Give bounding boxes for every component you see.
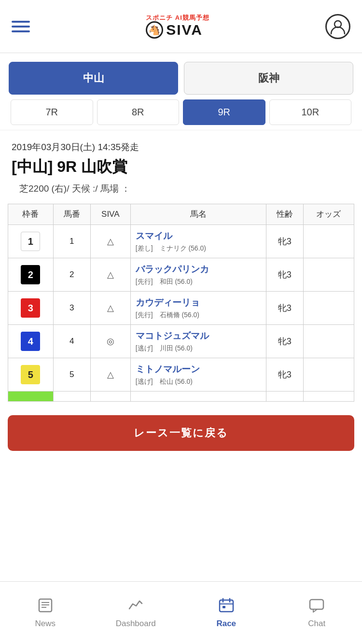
frame-badge: 3: [21, 298, 40, 318]
horse-table: 枠番 馬番 SIVA 馬名 性齢 オッズ 11△スマイル[差し] ミナリク (5…: [8, 204, 354, 402]
horse-name-cell[interactable]: バラックパリンカ[先行] 和田 (56.0): [130, 258, 266, 292]
svg-rect-5: [220, 600, 233, 612]
frame-num-cell: 5: [8, 358, 54, 392]
frame-badge: 2: [21, 265, 40, 284]
horse-meta: [先行] 和田 (56.0): [136, 278, 193, 285]
dashboard-icon: [127, 597, 144, 616]
app-subtitle: スポニチ AI競馬予想: [146, 14, 209, 22]
horse-name-cell[interactable]: ミトノマルーン[逃げ] 松山 (56.0): [130, 358, 266, 392]
nav-label-race: Race: [216, 619, 236, 629]
race-tab-7r[interactable]: 7R: [11, 99, 93, 125]
horse-meta: [逃げ] 川田 (56.0): [136, 344, 193, 352]
race-tab-9r[interactable]: 9R: [183, 99, 265, 125]
odds-cell: [303, 325, 354, 358]
svg-rect-10: [310, 600, 323, 609]
frame-num-cell: 2: [8, 258, 54, 292]
frame-badge: 5: [21, 365, 40, 384]
table-row[interactable]: 44◎マコトジュズマル[逃げ] 川田 (56.0)牝3: [8, 325, 354, 358]
siva-mark-cell: △: [90, 225, 130, 258]
horse-name: マコトジュズマル: [136, 330, 262, 342]
frame-num-cell: 3: [8, 292, 54, 325]
gender-age-cell: 牝3: [266, 258, 303, 292]
horse-num-cell: 1: [53, 225, 90, 258]
gender-age-cell: 牝3: [266, 225, 303, 258]
horse-num-cell: 5: [53, 358, 90, 392]
frame-badge: 1: [21, 232, 40, 251]
menu-button[interactable]: [12, 21, 30, 32]
table-row[interactable]: 55△ミトノマルーン[逃げ] 松山 (56.0)牝3: [8, 358, 354, 392]
race-date: 2019年03月30日(土) 14:35発走: [12, 141, 350, 154]
siva-mark-cell: ◎: [90, 325, 130, 358]
col-header-horse-name: 馬名: [130, 204, 266, 225]
frame-num-cell: 4: [8, 325, 54, 358]
brand-icon: 🐴: [146, 21, 163, 39]
back-to-list-button[interactable]: レース一覧に戻る: [8, 415, 354, 451]
race-tab-10r[interactable]: 10R: [269, 99, 352, 125]
nav-item-race[interactable]: Race: [181, 582, 272, 644]
horse-name-cell[interactable]: カウディーリョ[先行] 石橋脩 (56.0): [130, 292, 266, 325]
back-button-wrap: レース一覧に戻る: [0, 406, 362, 460]
track-tab-nakayama[interactable]: 中山: [9, 62, 178, 95]
race-info: 2019年03月30日(土) 14:35発走 [中山] 9R 山吹賞 芝2200…: [0, 130, 362, 199]
bottom-navigation: News Dashboard Race Chat: [0, 581, 362, 644]
col-header-siva: SIVA: [90, 204, 130, 225]
horse-name: カウディーリョ: [136, 296, 262, 309]
horse-num-cell: 4: [53, 325, 90, 358]
siva-mark-cell: △: [90, 358, 130, 392]
track-tab-group: 中山 阪神: [0, 53, 362, 95]
horse-name-cell[interactable]: マコトジュズマル[逃げ] 川田 (56.0): [130, 325, 266, 358]
odds-cell: [303, 358, 354, 392]
siva-mark-cell: △: [90, 258, 130, 292]
horse-meta: [差し] ミナリク (56.0): [136, 244, 206, 252]
horse-num-cell: 3: [53, 292, 90, 325]
race-detail: 芝2200 (右)/ 天候 :/ 馬場 ：: [12, 182, 350, 195]
horse-meta: [先行] 石橋脩 (56.0): [136, 311, 199, 319]
table-row[interactable]: 11△スマイル[差し] ミナリク (56.0)牝3: [8, 225, 354, 258]
odds-cell: [303, 258, 354, 292]
odds-cell: [303, 225, 354, 258]
col-header-odds: オッズ: [303, 204, 354, 225]
horse-name: ミトノマルーン: [136, 363, 262, 376]
nav-label-chat: Chat: [308, 619, 325, 629]
col-header-horse-num: 馬番: [53, 204, 90, 225]
col-header-gender-age: 性齢: [266, 204, 303, 225]
table-row-partial: [8, 392, 354, 402]
gender-age-cell: 牝3: [266, 292, 303, 325]
frame-num-cell: 1: [8, 225, 54, 258]
app-header: スポニチ AI競馬予想 🐴 SIVA: [0, 0, 362, 53]
race-icon: [218, 597, 235, 616]
news-icon: [37, 597, 54, 616]
horse-meta: [逃げ] 松山 (56.0): [136, 378, 193, 385]
horse-name: バラックパリンカ: [136, 263, 262, 276]
horse-table-wrap: 枠番 馬番 SIVA 馬名 性齢 オッズ 11△スマイル[差し] ミナリク (5…: [0, 199, 362, 406]
table-row[interactable]: 33△カウディーリョ[先行] 石橋脩 (56.0)牝3: [8, 292, 354, 325]
race-tab-8r[interactable]: 8R: [97, 99, 180, 125]
table-row[interactable]: 22△バラックパリンカ[先行] 和田 (56.0)牝3: [8, 258, 354, 292]
horse-name: スマイル: [136, 230, 262, 242]
frame-badge: 4: [21, 332, 40, 351]
nav-label-news: News: [35, 619, 56, 629]
app-logo: スポニチ AI競馬予想 🐴 SIVA: [146, 14, 209, 39]
nav-item-chat[interactable]: Chat: [272, 582, 362, 644]
race-tab-group: 7R 8R 9R 10R: [0, 95, 362, 130]
user-avatar[interactable]: [325, 14, 350, 39]
track-tab-hanshin[interactable]: 阪神: [184, 62, 353, 95]
siva-mark-cell: △: [90, 292, 130, 325]
gender-age-cell: 牝3: [266, 358, 303, 392]
odds-cell: [303, 292, 354, 325]
app-brand: 🐴 SIVA: [146, 21, 209, 39]
nav-label-dashboard: Dashboard: [116, 619, 156, 629]
gender-age-cell: 牝3: [266, 325, 303, 358]
horse-name-cell[interactable]: スマイル[差し] ミナリク (56.0): [130, 225, 266, 258]
col-header-frame: 枠番: [8, 204, 54, 225]
horse-num-cell: 2: [53, 258, 90, 292]
svg-rect-9: [223, 606, 225, 608]
race-title: [中山] 9R 山吹賞: [12, 156, 350, 178]
nav-item-news[interactable]: News: [0, 582, 91, 644]
nav-item-dashboard[interactable]: Dashboard: [91, 582, 181, 644]
chat-icon: [308, 597, 325, 616]
